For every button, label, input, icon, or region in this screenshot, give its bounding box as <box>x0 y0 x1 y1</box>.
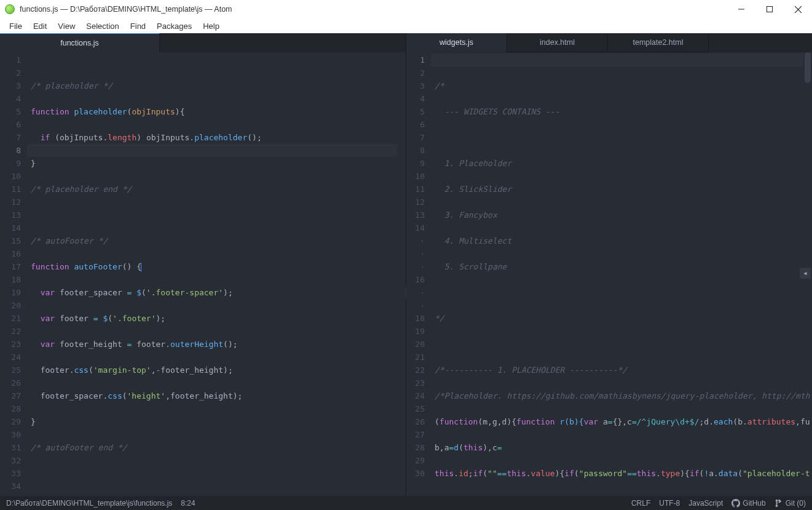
menu-bar: File Edit View Selection Find Packages H… <box>0 18 812 33</box>
status-path[interactable]: D:\Работа\DEMING\HTML_template\js\functi… <box>6 499 172 508</box>
gutter-left: 1234567891011121314151617181920212223242… <box>0 52 27 496</box>
workspace: TheProgs.ru functions.js 123456789101112… <box>0 33 812 496</box>
window-controls <box>727 0 812 18</box>
tab-template2-html[interactable]: template2.html <box>608 33 709 52</box>
status-eol[interactable]: CRLF <box>631 499 650 508</box>
github-icon <box>731 499 740 508</box>
code-right[interactable]: /* --- WIDGETS CONTAINS --- 1. Placehold… <box>431 52 812 496</box>
git-branch-icon <box>775 499 783 508</box>
editor-left[interactable]: 1234567891011121314151617181920212223242… <box>0 52 406 496</box>
editor-pane-left: functions.js 123456789101112131415161718… <box>0 33 406 496</box>
menu-file[interactable]: File <box>4 20 28 32</box>
menu-selection[interactable]: Selection <box>81 20 124 32</box>
status-bar: D:\Работа\DEMING\HTML_template\js\functi… <box>0 496 812 510</box>
window-title: functions.js — D:\Работа\DEMING\HTML_tem… <box>20 5 232 14</box>
scrollbar-thumb[interactable] <box>805 52 811 83</box>
tab-label: template2.html <box>633 38 684 47</box>
status-language[interactable]: JavaScript <box>688 499 723 508</box>
menu-help[interactable]: Help <box>197 20 225 32</box>
gutter-right: 1234567891011121314···16··18192021222324… <box>406 52 431 496</box>
status-github-label: GitHub <box>743 499 765 508</box>
tab-label: index.html <box>540 38 575 47</box>
tab-functions-js[interactable]: functions.js <box>0 33 160 52</box>
status-git[interactable]: Git (0) <box>775 499 806 508</box>
menu-edit[interactable]: Edit <box>28 20 52 32</box>
title-bar: functions.js — D:\Работа\DEMING\HTML_tem… <box>0 0 812 18</box>
tab-widgets-js[interactable]: widgets.js <box>406 33 507 52</box>
tab-index-html[interactable]: index.html <box>507 33 608 52</box>
editor-right[interactable]: 1234567891011121314···16··18192021222324… <box>406 52 812 496</box>
close-button[interactable] <box>784 0 812 18</box>
status-github[interactable]: GitHub <box>731 499 765 508</box>
code-left[interactable]: /* placeholder */ function placeholder(o… <box>27 52 406 496</box>
minimize-button[interactable] <box>727 0 755 18</box>
status-encoding[interactable]: UTF-8 <box>659 499 680 508</box>
menu-view[interactable]: View <box>52 20 81 32</box>
tab-bar-right: widgets.js index.html template2.html <box>406 33 812 52</box>
svg-rect-1 <box>767 7 773 12</box>
tab-label: widgets.js <box>440 38 473 47</box>
maximize-button[interactable] <box>755 0 784 18</box>
status-cursor[interactable]: 8:24 <box>181 499 195 508</box>
editor-pane-right: widgets.js index.html template2.html 123… <box>406 33 812 496</box>
menu-packages[interactable]: Packages <box>151 20 197 32</box>
scrollbar-right[interactable] <box>805 52 811 496</box>
tab-label: functions.js <box>60 39 99 47</box>
tab-bar-left: functions.js <box>0 33 406 52</box>
status-git-label: Git (0) <box>786 499 806 508</box>
menu-find[interactable]: Find <box>125 20 151 32</box>
app-logo <box>5 4 15 14</box>
